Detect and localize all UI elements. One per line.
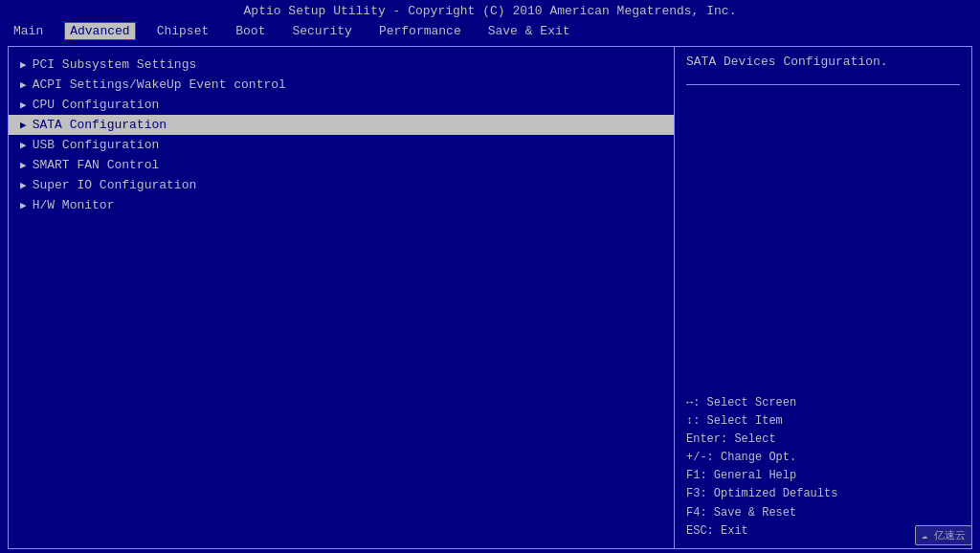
menu-entry-label: ACPI Settings/WakeUp Event control bbox=[33, 77, 286, 92]
hotkeys-section: ↔: Select Screen↕: Select ItemEnter: Sel… bbox=[686, 387, 960, 542]
menu-entry-smart-fan[interactable]: ▶SMART FAN Control bbox=[9, 155, 674, 175]
menu-entry-label: H/W Monitor bbox=[33, 198, 115, 212]
arrow-icon: ▶ bbox=[20, 58, 27, 71]
hotkey-row: ↔: Select Screen bbox=[686, 394, 960, 412]
menu-item-performance[interactable]: Performance bbox=[373, 22, 467, 40]
menu-entry-sata-config[interactable]: ▶SATA Configuration bbox=[9, 115, 674, 135]
menu-item-save-exit[interactable]: Save & Exit bbox=[482, 22, 576, 40]
title-bar: Aptio Setup Utility - Copyright (C) 2010… bbox=[0, 0, 980, 20]
hotkey-row: F3: Optimized Defaults bbox=[686, 485, 960, 503]
hotkey-row: +/-: Change Opt. bbox=[686, 449, 960, 467]
menu-entry-acpi-settings[interactable]: ▶ACPI Settings/WakeUp Event control bbox=[9, 75, 674, 95]
hotkey-row: F4: Save & Reset bbox=[686, 504, 960, 522]
menu-entry-label: USB Configuration bbox=[33, 138, 160, 152]
arrow-icon: ▶ bbox=[20, 199, 27, 211]
arrow-icon: ▶ bbox=[20, 78, 27, 91]
arrow-icon: ▶ bbox=[20, 179, 27, 191]
menu-item-chipset[interactable]: Chipset bbox=[151, 22, 215, 40]
arrow-icon: ▶ bbox=[20, 159, 27, 171]
hotkey-row: F1: General Help bbox=[686, 467, 960, 485]
menu-bar: MainAdvancedChipsetBootSecurityPerforman… bbox=[0, 20, 980, 42]
menu-entry-usb-config[interactable]: ▶USB Configuration bbox=[9, 135, 674, 155]
menu-item-boot[interactable]: Boot bbox=[230, 22, 271, 40]
arrow-icon: ▶ bbox=[20, 99, 27, 111]
left-panel: ▶PCI Subsystem Settings▶ACPI Settings/Wa… bbox=[9, 47, 675, 548]
right-panel: SATA Devices Configuration. ↔: Select Sc… bbox=[675, 47, 971, 548]
hotkey-row: ↕: Select Item bbox=[686, 412, 960, 431]
watermark: ☁ 亿速云 bbox=[915, 525, 972, 545]
menu-entry-label: SMART FAN Control bbox=[33, 158, 160, 172]
menu-entry-label: Super IO Configuration bbox=[33, 178, 197, 192]
menu-item-security[interactable]: Security bbox=[286, 22, 357, 40]
menu-item-advanced[interactable]: Advanced bbox=[64, 22, 135, 40]
hotkey-row: Enter: Select bbox=[686, 431, 960, 449]
help-text: SATA Devices Configuration. bbox=[686, 55, 960, 69]
menu-entry-label: PCI Subsystem Settings bbox=[33, 57, 197, 72]
arrow-icon: ▶ bbox=[20, 119, 27, 131]
menu-entry-label: CPU Configuration bbox=[33, 98, 160, 112]
menu-entry-pci-subsystem[interactable]: ▶PCI Subsystem Settings bbox=[9, 55, 674, 75]
arrow-icon: ▶ bbox=[20, 139, 27, 151]
menu-entry-hw-monitor[interactable]: ▶H/W Monitor bbox=[9, 195, 674, 215]
menu-entry-super-io[interactable]: ▶Super IO Configuration bbox=[9, 175, 674, 195]
menu-entry-label: SATA Configuration bbox=[33, 118, 167, 132]
watermark-icon: ☁ bbox=[922, 530, 928, 542]
menu-item-main[interactable]: Main bbox=[8, 22, 49, 40]
main-content: ▶PCI Subsystem Settings▶ACPI Settings/Wa… bbox=[8, 46, 972, 549]
title-text: Aptio Setup Utility - Copyright (C) 2010… bbox=[244, 4, 737, 18]
divider bbox=[686, 84, 960, 85]
bios-screen: Aptio Setup Utility - Copyright (C) 2010… bbox=[0, 0, 980, 553]
watermark-text: 亿速云 bbox=[934, 530, 966, 542]
menu-entry-cpu-config[interactable]: ▶CPU Configuration bbox=[9, 95, 674, 115]
